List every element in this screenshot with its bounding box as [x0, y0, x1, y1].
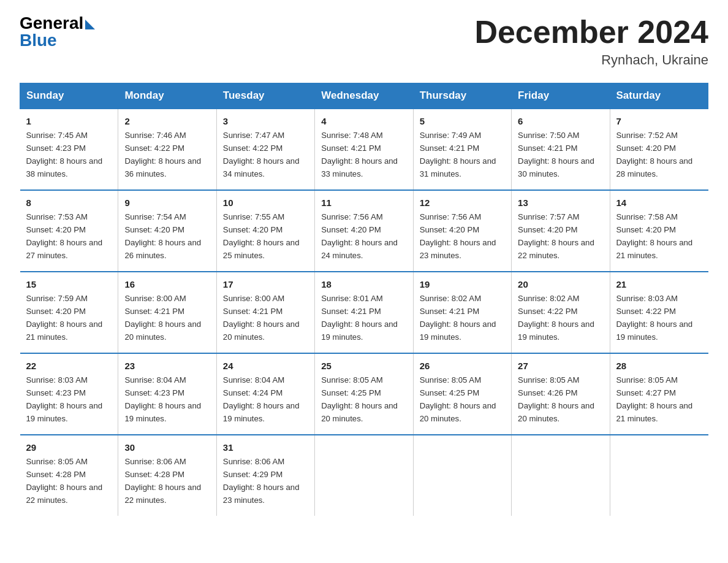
day-number: 24: [223, 359, 308, 373]
title-block: December 2024 Rynhach, Ukraine: [474, 15, 708, 68]
day-number: 31: [223, 440, 308, 454]
day-info: Sunrise: 8:02 AMSunset: 4:22 PMDaylight:…: [518, 294, 594, 342]
day-info: Sunrise: 8:06 AMSunset: 4:28 PMDaylight:…: [124, 457, 201, 505]
day-info: Sunrise: 8:05 AMSunset: 4:25 PMDaylight:…: [321, 375, 398, 423]
day-info: Sunrise: 8:00 AMSunset: 4:21 PMDaylight:…: [223, 294, 300, 342]
header-friday: Friday: [512, 83, 610, 109]
header-thursday: Thursday: [413, 83, 511, 109]
calendar-cell: 10Sunrise: 7:55 AMSunset: 4:20 PMDayligh…: [216, 190, 314, 272]
calendar-cell: 6Sunrise: 7:50 AMSunset: 4:21 PMDaylight…: [512, 109, 610, 190]
calendar-cell: 8Sunrise: 7:53 AMSunset: 4:20 PMDaylight…: [20, 190, 118, 272]
day-number: 25: [321, 359, 406, 373]
day-info: Sunrise: 8:04 AMSunset: 4:24 PMDaylight:…: [223, 375, 300, 423]
calendar-cell: [413, 435, 511, 516]
day-number: 26: [420, 359, 505, 373]
day-info: Sunrise: 8:00 AMSunset: 4:21 PMDaylight:…: [124, 294, 201, 342]
day-info: Sunrise: 8:05 AMSunset: 4:26 PMDaylight:…: [518, 375, 594, 423]
calendar-cell: 3Sunrise: 7:47 AMSunset: 4:22 PMDaylight…: [216, 109, 314, 190]
calendar-cell: [315, 435, 413, 516]
day-number: 9: [124, 196, 210, 210]
header-wednesday: Wednesday: [315, 83, 413, 109]
day-number: 10: [223, 196, 308, 210]
day-number: 15: [26, 277, 112, 291]
day-number: 16: [124, 277, 210, 291]
week-row-3: 15Sunrise: 7:59 AMSunset: 4:20 PMDayligh…: [20, 272, 708, 353]
day-number: 1: [26, 114, 112, 128]
day-number: 12: [420, 196, 505, 210]
calendar-cell: 16Sunrise: 8:00 AMSunset: 4:21 PMDayligh…: [118, 272, 216, 353]
calendar-cell: 21Sunrise: 8:03 AMSunset: 4:22 PMDayligh…: [610, 272, 708, 353]
calendar-cell: 1Sunrise: 7:45 AMSunset: 4:23 PMDaylight…: [20, 109, 118, 190]
page-header: General Blue December 2024 Rynhach, Ukra…: [20, 15, 708, 68]
calendar-cell: 12Sunrise: 7:56 AMSunset: 4:20 PMDayligh…: [413, 190, 511, 272]
logo-triangle-icon: [85, 20, 95, 29]
day-number: 4: [321, 114, 406, 128]
day-info: Sunrise: 7:45 AMSunset: 4:23 PMDaylight:…: [26, 131, 103, 178]
header-saturday: Saturday: [610, 83, 708, 109]
month-title: December 2024: [474, 15, 708, 50]
day-number: 21: [616, 277, 702, 291]
day-info: Sunrise: 7:58 AMSunset: 4:20 PMDaylight:…: [616, 212, 693, 260]
calendar-cell: 17Sunrise: 8:00 AMSunset: 4:21 PMDayligh…: [216, 272, 314, 353]
day-info: Sunrise: 8:05 AMSunset: 4:27 PMDaylight:…: [616, 375, 693, 423]
week-row-4: 22Sunrise: 8:03 AMSunset: 4:23 PMDayligh…: [20, 353, 708, 435]
day-number: 27: [518, 359, 603, 373]
calendar-cell: 25Sunrise: 8:05 AMSunset: 4:25 PMDayligh…: [315, 353, 413, 435]
day-info: Sunrise: 8:02 AMSunset: 4:21 PMDaylight:…: [420, 294, 496, 342]
calendar-cell: 19Sunrise: 8:02 AMSunset: 4:21 PMDayligh…: [413, 272, 511, 353]
calendar-cell: 13Sunrise: 7:57 AMSunset: 4:20 PMDayligh…: [512, 190, 610, 272]
day-number: 3: [223, 114, 308, 128]
calendar-cell: 4Sunrise: 7:48 AMSunset: 4:21 PMDaylight…: [315, 109, 413, 190]
day-number: 6: [518, 114, 603, 128]
calendar-cell: 11Sunrise: 7:56 AMSunset: 4:20 PMDayligh…: [315, 190, 413, 272]
day-number: 8: [26, 196, 112, 210]
day-number: 7: [616, 114, 702, 128]
calendar-cell: 14Sunrise: 7:58 AMSunset: 4:20 PMDayligh…: [610, 190, 708, 272]
header-monday: Monday: [118, 83, 216, 109]
calendar-cell: 30Sunrise: 8:06 AMSunset: 4:28 PMDayligh…: [118, 435, 216, 516]
day-number: 18: [321, 277, 406, 291]
calendar-table: SundayMondayTuesdayWednesdayThursdayFrid…: [20, 83, 708, 516]
day-number: 19: [420, 277, 505, 291]
logo-blue-text: Blue: [20, 32, 57, 49]
day-info: Sunrise: 7:57 AMSunset: 4:20 PMDaylight:…: [518, 212, 594, 260]
location-text: Rynhach, Ukraine: [474, 52, 708, 68]
day-info: Sunrise: 7:55 AMSunset: 4:20 PMDaylight:…: [223, 212, 300, 260]
day-info: Sunrise: 8:04 AMSunset: 4:23 PMDaylight:…: [124, 375, 201, 423]
day-info: Sunrise: 7:53 AMSunset: 4:20 PMDaylight:…: [26, 212, 103, 260]
day-info: Sunrise: 7:59 AMSunset: 4:20 PMDaylight:…: [26, 294, 103, 342]
calendar-cell: 28Sunrise: 8:05 AMSunset: 4:27 PMDayligh…: [610, 353, 708, 435]
day-number: 23: [124, 359, 210, 373]
day-info: Sunrise: 7:56 AMSunset: 4:20 PMDaylight:…: [321, 212, 398, 260]
day-number: 5: [420, 114, 505, 128]
day-number: 14: [616, 196, 702, 210]
calendar-header-row: SundayMondayTuesdayWednesdayThursdayFrid…: [20, 83, 708, 109]
day-info: Sunrise: 7:49 AMSunset: 4:21 PMDaylight:…: [420, 131, 496, 178]
day-info: Sunrise: 8:01 AMSunset: 4:21 PMDaylight:…: [321, 294, 398, 342]
day-info: Sunrise: 7:56 AMSunset: 4:20 PMDaylight:…: [420, 212, 496, 260]
day-info: Sunrise: 8:05 AMSunset: 4:25 PMDaylight:…: [420, 375, 496, 423]
day-info: Sunrise: 7:50 AMSunset: 4:21 PMDaylight:…: [518, 131, 594, 178]
calendar-cell: 2Sunrise: 7:46 AMSunset: 4:22 PMDaylight…: [118, 109, 216, 190]
calendar-cell: 27Sunrise: 8:05 AMSunset: 4:26 PMDayligh…: [512, 353, 610, 435]
week-row-1: 1Sunrise: 7:45 AMSunset: 4:23 PMDaylight…: [20, 109, 708, 190]
week-row-5: 29Sunrise: 8:05 AMSunset: 4:28 PMDayligh…: [20, 435, 708, 516]
day-number: 28: [616, 359, 702, 373]
header-tuesday: Tuesday: [216, 83, 314, 109]
day-number: 11: [321, 196, 406, 210]
day-number: 13: [518, 196, 603, 210]
calendar-cell: 26Sunrise: 8:05 AMSunset: 4:25 PMDayligh…: [413, 353, 511, 435]
calendar-cell: 20Sunrise: 8:02 AMSunset: 4:22 PMDayligh…: [512, 272, 610, 353]
day-info: Sunrise: 8:05 AMSunset: 4:28 PMDaylight:…: [26, 457, 103, 505]
day-number: 17: [223, 277, 308, 291]
logo: General Blue: [20, 15, 95, 49]
day-info: Sunrise: 7:48 AMSunset: 4:21 PMDaylight:…: [321, 131, 398, 178]
day-number: 20: [518, 277, 603, 291]
calendar-cell: 31Sunrise: 8:06 AMSunset: 4:29 PMDayligh…: [216, 435, 314, 516]
day-info: Sunrise: 8:03 AMSunset: 4:22 PMDaylight:…: [616, 294, 693, 342]
calendar-cell: 7Sunrise: 7:52 AMSunset: 4:20 PMDaylight…: [610, 109, 708, 190]
day-info: Sunrise: 7:52 AMSunset: 4:20 PMDaylight:…: [616, 131, 693, 178]
day-info: Sunrise: 8:03 AMSunset: 4:23 PMDaylight:…: [26, 375, 103, 423]
calendar-cell: [610, 435, 708, 516]
day-info: Sunrise: 7:46 AMSunset: 4:22 PMDaylight:…: [124, 131, 201, 178]
